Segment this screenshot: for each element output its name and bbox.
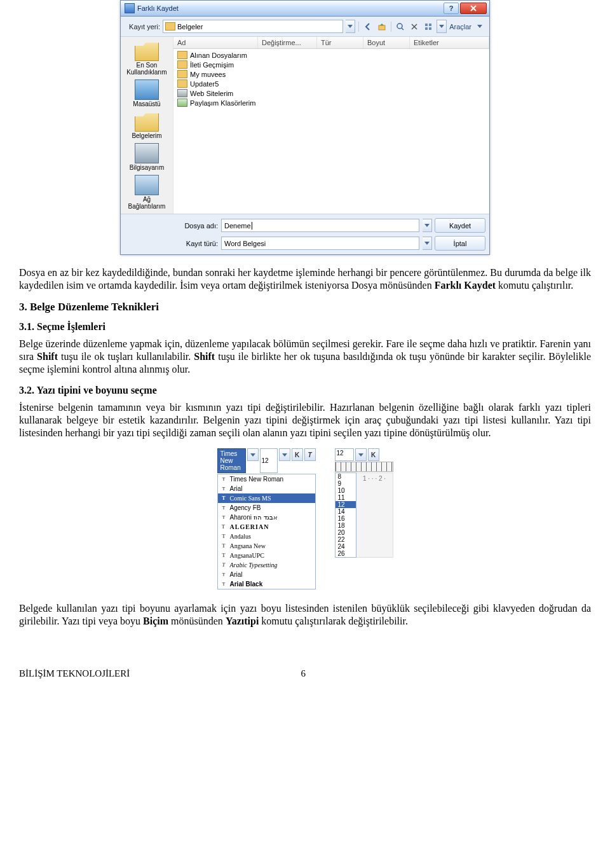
tools-dropdown-button[interactable] — [474, 21, 485, 32]
folder-icon — [177, 51, 187, 59]
font-dropdown-button[interactable] — [247, 448, 259, 461]
close-button[interactable] — [460, 3, 487, 14]
list-item[interactable]: Paylaşım Klasörlerim — [176, 98, 487, 107]
list-item[interactable]: İleti Geçmişim — [176, 60, 487, 69]
views-dropdown-button[interactable] — [437, 20, 447, 33]
search-icon — [396, 22, 405, 31]
truetype-icon: T — [220, 495, 227, 502]
place-documents[interactable]: Belgelerim — [125, 110, 169, 141]
save-as-dialog: Farklı Kaydet ? Kayıt yeri: Belgeler — [120, 0, 490, 255]
dialog-titlebar[interactable]: Farklı Kaydet ? — [121, 1, 489, 17]
size-dropdown-button[interactable] — [279, 448, 290, 461]
list-item[interactable]: 9 — [336, 480, 356, 487]
col-tags[interactable]: Etiketler — [410, 37, 489, 48]
list-item[interactable]: 24 — [336, 543, 356, 550]
search-button[interactable] — [395, 21, 406, 32]
dialog-title: Farklı Kaydet — [137, 4, 442, 12]
size-value-box[interactable]: 12 — [335, 448, 354, 461]
filetype-label: Kayıt türü: — [180, 240, 218, 247]
list-item[interactable]: 20 — [336, 529, 356, 536]
list-item[interactable]: 14 — [336, 508, 356, 515]
desktop-icon — [135, 79, 159, 100]
views-button[interactable] — [423, 21, 434, 32]
place-computer[interactable]: Bilgisayarım — [125, 142, 169, 172]
folder-icon — [165, 22, 175, 31]
list-item[interactable]: TAngsanaUPC — [218, 551, 315, 560]
size-dropdown-list[interactable]: 8 9 10 11 12 14 16 18 20 22 24 26 — [335, 472, 356, 558]
list-item[interactable]: 16 — [336, 515, 356, 522]
font-toolbar: Times New Roman 12 K T — [217, 448, 316, 473]
list-item[interactable]: TTimes New Roman — [218, 474, 315, 484]
font-name-select[interactable]: Times New Roman — [217, 448, 246, 473]
truetype-icon: T — [220, 504, 227, 511]
help-button[interactable]: ? — [444, 3, 459, 14]
list-item[interactable]: Alınan Dosyalarım — [176, 50, 487, 60]
filename-dropdown-button[interactable] — [423, 219, 432, 232]
list-item[interactable]: 26 — [336, 550, 356, 557]
filename-input[interactable]: Deneme — [221, 219, 419, 232]
up-folder-button[interactable] — [376, 21, 388, 32]
ruler-side: 1 · · · 2 · — [356, 472, 393, 558]
toolbar-separator — [358, 22, 359, 32]
list-item[interactable]: TArabic Typesetting — [218, 560, 315, 570]
paragraph: Belge üzerinde düzenleme yapmak için, dü… — [19, 338, 591, 376]
font-size-box[interactable]: 12 — [260, 448, 278, 473]
place-documents-label: Belgelerim — [125, 132, 169, 139]
list-item[interactable]: 12 — [336, 501, 356, 508]
web-folder-icon — [177, 89, 187, 97]
back-button[interactable] — [362, 21, 374, 32]
col-size[interactable]: Boyut — [363, 37, 410, 48]
footer-left: BİLİŞİM TEKNOLOJİLERİ — [19, 668, 130, 679]
list-item[interactable]: 11 — [336, 494, 356, 501]
views-icon — [424, 22, 433, 31]
list-item[interactable]: TArial — [218, 484, 315, 493]
list-item[interactable]: 8 — [336, 473, 356, 480]
bold-button[interactable]: K — [292, 448, 303, 461]
list-item[interactable]: 18 — [336, 522, 356, 529]
chevron-down-icon — [477, 25, 482, 28]
col-modified[interactable]: Değiştirme... — [258, 37, 317, 48]
dialog-bottom: Dosya adı: Deneme Kaydet Kayıt türü: Wor… — [121, 214, 489, 254]
cancel-button[interactable]: İptal — [435, 236, 485, 251]
list-item[interactable]: TAgency FB — [218, 503, 315, 513]
size-dropdown-button[interactable] — [355, 448, 367, 461]
places-bar: En Son Kullandıklarım Masaüstü Belgeleri… — [121, 37, 173, 214]
place-desktop[interactable]: Masaüstü — [125, 78, 169, 109]
list-item[interactable]: TArial Black — [218, 579, 315, 589]
filetype-select[interactable]: Word Belgesi — [221, 237, 419, 250]
list-item[interactable]: Updater5 — [176, 79, 487, 88]
italic-button[interactable]: T — [304, 448, 316, 461]
list-item[interactable]: TAharoni אבגד הוז — [218, 513, 315, 522]
truetype-icon: T — [220, 542, 227, 549]
location-dropdown-button[interactable] — [346, 20, 355, 33]
back-icon — [363, 22, 372, 31]
col-type[interactable]: Tür — [317, 37, 363, 48]
list-item[interactable]: My muvees — [176, 69, 487, 79]
list-item[interactable]: TALGERIAN — [218, 522, 315, 532]
bold-button[interactable]: K — [368, 448, 379, 461]
col-name[interactable]: Ad — [173, 37, 258, 48]
list-item[interactable]: Web Sitelerim — [176, 88, 487, 98]
column-headers[interactable]: Ad Değiştirme... Tür Boyut Etiketler — [173, 37, 489, 49]
place-recent[interactable]: En Son Kullandıklarım — [125, 39, 169, 77]
list-item[interactable]: TAngsana New — [218, 541, 315, 551]
place-network[interactable]: Ağ Bağlantılarım — [125, 174, 169, 211]
delete-button[interactable] — [409, 21, 420, 32]
list-item[interactable]: 10 — [336, 487, 356, 494]
heading-3-2: 3.2. Yazı tipini ve boyunu seçme — [19, 385, 591, 396]
save-button[interactable]: Kaydet — [435, 218, 485, 233]
list-item[interactable]: 22 — [336, 536, 356, 543]
filename-label: Dosya adı: — [180, 222, 218, 230]
list-item[interactable]: TArial — [218, 570, 315, 579]
tools-menu[interactable]: Araçlar — [449, 23, 471, 31]
list-item[interactable]: TComic Sans MS — [218, 493, 315, 503]
list-item[interactable]: TAndalus — [218, 532, 315, 541]
dialog-toolbar: Kayıt yeri: Belgeler — [121, 17, 489, 37]
font-dropdown-list[interactable]: TTimes New Roman TArial TComic Sans MS T… — [217, 474, 316, 589]
filetype-dropdown-button[interactable] — [423, 237, 432, 250]
truetype-icon: T — [220, 552, 227, 559]
svg-rect-3 — [429, 24, 431, 26]
location-select[interactable]: Belgeler — [163, 20, 343, 33]
chevron-down-icon — [439, 25, 444, 28]
page-footer: BİLİŞİM TEKNOLOJİLERİ 6 — [0, 649, 610, 685]
